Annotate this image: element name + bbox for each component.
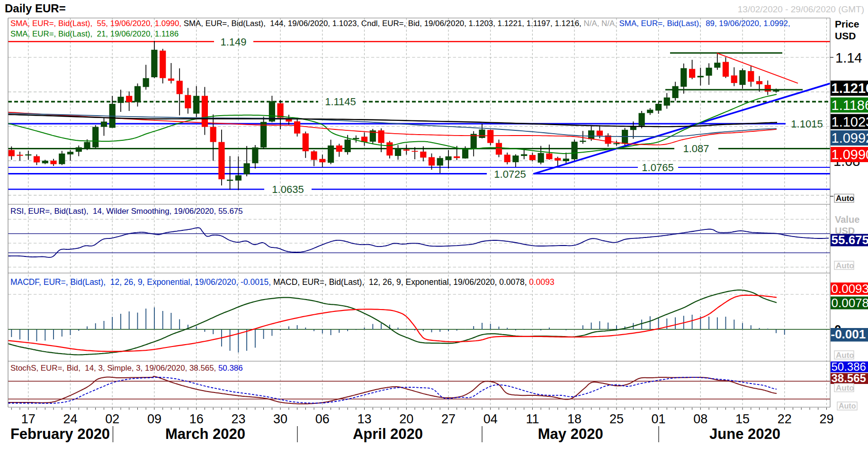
svg-text:1.0635: 1.0635 [272,183,304,195]
svg-text:SMA, EUR=, Bid(Last), 21, 19/: SMA, EUR=, Bid(Last), 21, 19/06/2020, 1.… [10,29,179,38]
svg-text:Auto: Auto [836,351,854,360]
svg-text:1.1216: 1.1216 [832,81,868,96]
svg-text:15: 15 [735,412,750,426]
svg-text:0.0078: 0.0078 [832,296,868,310]
svg-text:1.1145: 1.1145 [325,96,356,108]
svg-text:1.0990: 1.0990 [832,147,868,162]
svg-text:23: 23 [231,412,245,426]
svg-text:16: 16 [189,412,204,426]
svg-text:1.1186: 1.1186 [832,98,868,113]
svg-text:Auto: Auto [839,402,856,410]
svg-text:SMA, EUR=, Bid(Last), 55, 19/: SMA, EUR=, Bid(Last), 55, 19/06/2020, 1.… [10,19,790,28]
svg-text:25: 25 [609,412,624,426]
svg-text:1.087: 1.087 [683,143,709,155]
svg-text:Auto: Auto [836,383,854,392]
svg-text:Value: Value [835,214,859,225]
svg-text:1.1023: 1.1023 [832,114,868,129]
svg-text:1.0725: 1.0725 [494,168,526,180]
svg-text:February 2020: February 2020 [10,426,110,442]
svg-text:13: 13 [357,412,371,426]
svg-text:27: 27 [441,412,456,426]
svg-text:Auto: Auto [836,261,854,270]
svg-text:13/02/2020 - 29/06/2020 (GMT): 13/02/2020 - 29/06/2020 (GMT) [738,4,864,14]
svg-text:08: 08 [693,412,707,426]
svg-text:MACDF, EUR=, Bid(Last), 12, 2: MACDF, EUR=, Bid(Last), 12, 26, 9, Expon… [10,277,555,287]
svg-text:29: 29 [819,412,833,426]
svg-text:50.386: 50.386 [832,360,866,373]
svg-text:1.1015: 1.1015 [791,118,823,130]
svg-text:1.149: 1.149 [220,36,246,48]
svg-text:June 2020: June 2020 [709,426,780,442]
svg-text:-0.001: -0.001 [831,327,866,341]
svg-text:RSI, EUR=, Bid(Last), 14, Wil: RSI, EUR=, Bid(Last), 14, Wilder Smoothi… [10,207,243,216]
svg-text:38.565: 38.565 [832,372,866,384]
svg-text:24: 24 [63,412,77,426]
svg-text:1.14: 1.14 [835,50,862,65]
svg-text:11: 11 [526,412,539,426]
svg-text:StochS, EUR=, Bid, 14, 3, Sim: StochS, EUR=, Bid, 14, 3, Simple, 3, 19/… [10,364,243,373]
svg-text:Price: Price [835,18,859,29]
svg-text:USD: USD [835,30,856,41]
svg-text:02: 02 [105,412,119,426]
svg-text:1.0765: 1.0765 [642,162,673,173]
svg-text:09: 09 [147,412,161,426]
svg-text:March 2020: March 2020 [165,426,245,442]
svg-text:May 2020: May 2020 [538,426,603,442]
svg-text:17: 17 [21,412,36,426]
svg-text:55.675: 55.675 [832,233,868,247]
svg-text:30: 30 [273,412,287,426]
svg-text:April 2020: April 2020 [353,426,423,442]
svg-text:0.0093: 0.0093 [832,282,868,296]
svg-text:20: 20 [399,412,413,426]
svg-text:06: 06 [315,412,330,426]
svg-text:Auto: Auto [836,194,854,203]
svg-text:18: 18 [567,412,582,426]
svg-text:04: 04 [483,412,498,426]
svg-text:22: 22 [778,412,792,426]
svg-text:01: 01 [652,412,666,426]
svg-text:Daily EUR=: Daily EUR= [5,2,66,15]
svg-text:1.0992: 1.0992 [832,130,868,146]
